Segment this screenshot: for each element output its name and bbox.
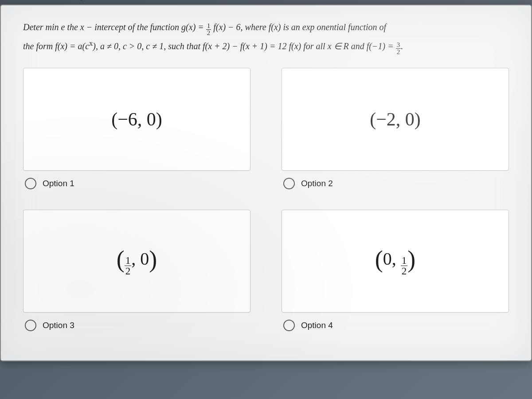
option-2[interactable]: (−2, 0) Option 2 (282, 68, 509, 201)
option-2-card: (−2, 0) (282, 68, 509, 171)
fraction-half: 12 (125, 255, 132, 276)
close-paren: ) (407, 246, 415, 273)
frac-denominator: 2 (125, 266, 132, 276)
radio-icon[interactable] (283, 178, 295, 189)
before-frac: 0, (383, 249, 401, 269)
after-frac: , 0 (131, 249, 149, 269)
question-text: Deter min e the x − intercept of the fun… (23, 19, 509, 55)
q-line1-mid: f(x) − 6, where f(x) is an exp onential … (213, 22, 386, 32)
option-2-radio-row[interactable]: Option 2 (282, 171, 509, 201)
q-line2-pre: the form f(x) = a(c (23, 41, 89, 51)
frac-numerator: 1 (206, 23, 211, 30)
option-4-card: (0, 12) (282, 210, 509, 313)
option-1-label: Option 1 (43, 179, 74, 188)
option-1-card: (−6, 0) (23, 68, 250, 171)
q-line1-pre: Deter min e the x − intercept of the fun… (23, 22, 206, 32)
fraction-half: 12 (401, 255, 408, 276)
option-4-label: Option 4 (301, 321, 333, 330)
frac-numerator: 1 (401, 255, 408, 266)
frac-numerator: 1 (125, 255, 132, 266)
fraction-three-halves: 3 2 (396, 42, 401, 55)
option-1-radio-row[interactable]: Option 1 (23, 171, 250, 201)
option-3-radio-row[interactable]: Option 3 (23, 313, 250, 343)
option-3-card: (12, 0) (23, 210, 250, 313)
frac-denominator: 2 (396, 49, 401, 55)
frac-numerator: 3 (396, 42, 401, 49)
open-paren: ( (117, 246, 125, 273)
q-line2-end: . (401, 41, 403, 51)
option-4[interactable]: (0, 12) Option 4 (282, 210, 509, 343)
fraction-half: 1 2 (206, 23, 211, 36)
option-1-math: (−6, 0) (111, 109, 162, 130)
open-paren: ( (375, 246, 383, 273)
option-4-radio-row[interactable]: Option 4 (282, 313, 509, 343)
option-4-math: (0, 12) (375, 246, 416, 276)
radio-icon[interactable] (283, 320, 295, 331)
close-paren: ) (149, 246, 157, 273)
option-3-label: Option 3 (43, 321, 74, 330)
question-tag: Q1 (76, 0, 89, 3)
question-sheet: Q1 Deter min e the x − intercept of the … (0, 4, 532, 361)
options-grid: (−6, 0) Option 1 (−2, 0) Option 2 (12, 0… (23, 68, 509, 343)
frac-denominator: 2 (206, 30, 211, 36)
frac-denominator: 2 (401, 266, 408, 276)
option-3-math: (12, 0) (117, 246, 157, 276)
option-2-math: (−2, 0) (370, 109, 421, 130)
radio-icon[interactable] (25, 320, 36, 331)
option-2-label: Option 2 (301, 179, 333, 188)
radio-icon[interactable] (25, 178, 36, 189)
option-3[interactable]: (12, 0) Option 3 (23, 210, 250, 343)
option-1[interactable]: (−6, 0) Option 1 (23, 68, 250, 201)
q-line2-mid: ), a ≠ 0, c > 0, c ≠ 1, such that f(x + … (93, 41, 395, 51)
